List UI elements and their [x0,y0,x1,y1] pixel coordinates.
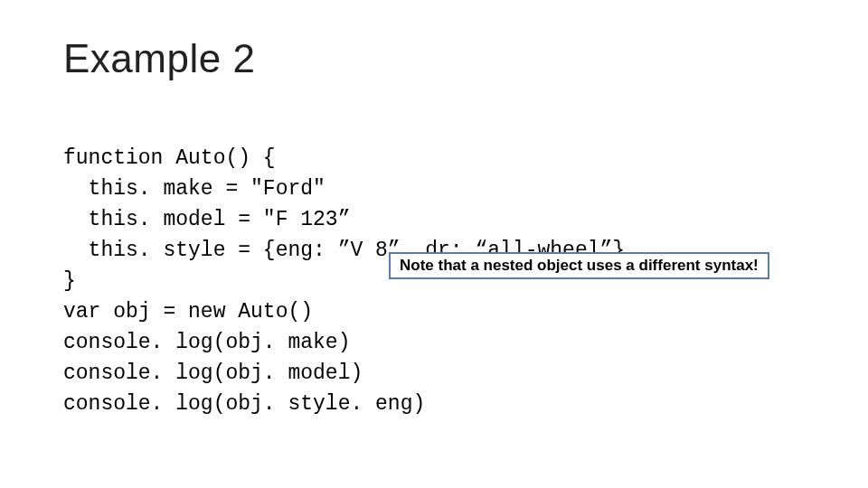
callout-box: Note that a nested object uses a differe… [389,252,769,279]
code-line: } [63,269,76,293]
code-line: this. model = "F 123” [63,208,350,231]
code-line: console. log(obj. make) [63,331,350,354]
code-line: console. log(obj. style. eng) [63,392,425,416]
code-line: var obj = new Auto() [63,300,313,324]
code-line: function Auto() { [63,146,276,170]
slide: Example 2 function Auto() { this. make =… [0,0,868,488]
code-line: console. log(obj. model) [63,361,363,385]
slide-title: Example 2 [63,36,805,81]
code-line: this. make = "Ford" [63,177,326,201]
